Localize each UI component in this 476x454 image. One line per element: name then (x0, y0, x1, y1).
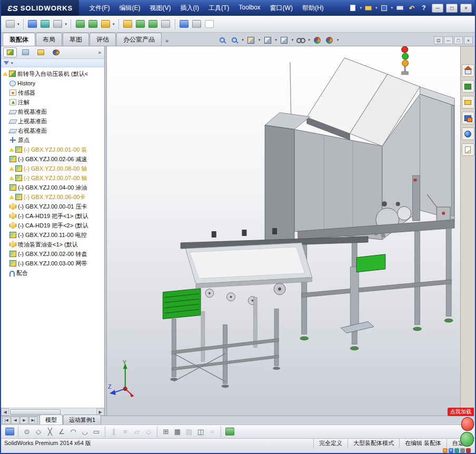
appearances-scenes-icon[interactable] (462, 127, 474, 140)
minimize-icon[interactable]: ─ (444, 36, 453, 44)
bom-table-icon[interactable] (87, 18, 98, 30)
zoom-area-icon[interactable] (229, 35, 240, 45)
tree-item-component[interactable]: (-) GBX.YZJ.00.11-00 电控 (3, 230, 104, 240)
edit-appearance-icon[interactable] (312, 35, 323, 45)
dropdown-caret-icon[interactable]: ▾ (258, 38, 261, 42)
tree-item-root[interactable]: 前转导入自动压装机 (默认< (3, 69, 104, 78)
displaymanager-tab-icon[interactable] (49, 47, 63, 57)
component-pattern-icon[interactable] (39, 18, 51, 30)
menu-toolbox[interactable]: Toolbox (234, 2, 265, 15)
mascot-icon[interactable] (460, 432, 474, 447)
restore-icon[interactable]: □ (454, 36, 463, 44)
close-icon[interactable]: × (460, 4, 472, 13)
first-sheet-icon[interactable]: |◀ (2, 417, 11, 424)
custom-properties-icon[interactable] (462, 143, 474, 156)
dropdown-caret-icon[interactable]: ▾ (308, 38, 311, 42)
scroll-left-icon[interactable]: ◀ (1, 408, 9, 416)
tree-item-component[interactable]: (-) GBX.YZJ.00.03-00 网带 (3, 259, 104, 268)
polygon-sketch-icon[interactable]: ◇ (33, 427, 44, 437)
dropdown-caret-icon[interactable]: ▾ (336, 38, 340, 42)
export-table-icon[interactable] (147, 18, 159, 30)
tree-item-component[interactable]: (-) GBX.YZJ.00.02-00 转盘 (3, 249, 104, 259)
equal-relation-icon[interactable]: ≡ (120, 427, 131, 437)
tab-model[interactable]: 模型 (39, 414, 63, 425)
edit-component-icon[interactable] (52, 18, 64, 30)
promo-badge[interactable]: 点我加载 (448, 408, 474, 416)
upper-cabinet[interactable] (287, 58, 454, 240)
tab-assembly[interactable]: 装配体 (3, 33, 35, 46)
assembly-3d-view[interactable]: Y Z (107, 46, 460, 416)
tree-item-sensors[interactable]: 传感器 (3, 88, 104, 97)
motion-gears-icon[interactable] (122, 18, 134, 30)
save-icon[interactable] (4, 427, 15, 437)
insert-component-icon[interactable] (4, 18, 16, 30)
ime-mode-icon[interactable] (454, 448, 459, 453)
ime-language-icon[interactable]: 中 (449, 448, 453, 453)
green-fixture-box[interactable] (356, 254, 385, 272)
dropdown-caret-icon[interactable]: ▾ (241, 38, 244, 42)
dropdown-caret-icon[interactable]: ▾ (65, 22, 68, 26)
menu-insert[interactable]: 插入(I) (176, 2, 204, 15)
tree-item-component[interactable]: (-) GBX.YZJ.00.02-06 减速 (3, 154, 104, 164)
sogou-ime-icon[interactable]: S (443, 448, 448, 453)
propertymanager-tab-icon[interactable] (18, 47, 32, 57)
line-sketch-icon[interactable]: ∠ (56, 427, 67, 437)
tree-item-component[interactable]: (-) CA-HD19 把手<2> (默认 (3, 221, 104, 230)
tree-item-annotations[interactable]: 注解 (3, 97, 104, 107)
tree-item-top-plane[interactable]: 上视基准面 (3, 116, 104, 126)
tab-overflow-chevron[interactable]: » (162, 37, 172, 46)
dropdown-caret-icon[interactable]: ▾ (291, 38, 294, 42)
menu-tools[interactable]: 工具(T) (204, 2, 234, 15)
undo-icon[interactable]: ↶ (406, 3, 417, 13)
measure-icon[interactable] (178, 18, 190, 30)
tab-motion-study[interactable]: 运动算例1 (63, 414, 101, 425)
tree-item-component[interactable]: (-) GBX.YZJ.00.06-00卡 (3, 192, 104, 202)
last-sheet-icon[interactable]: ▶| (29, 417, 37, 424)
grid-icon[interactable]: ▦ (172, 427, 183, 437)
view-orientation-icon[interactable] (262, 35, 273, 45)
rectangle-sketch-icon[interactable]: ▭ (91, 427, 102, 437)
menu-window[interactable]: 窗口(W) (265, 2, 298, 15)
dropdown-caret-icon[interactable]: ▾ (375, 6, 378, 10)
tree-item-component[interactable]: (-) GBX.YZJ.00.00-01 压卡 (3, 202, 104, 211)
new-document-icon[interactable] (348, 3, 358, 13)
section-view-icon[interactable] (246, 35, 256, 45)
conveyor[interactable] (163, 228, 368, 388)
diamond-sketch-icon[interactable]: ◇ (143, 427, 154, 437)
display-style-icon[interactable] (279, 35, 290, 45)
delete-icon[interactable] (160, 18, 172, 30)
tree-item-origin[interactable]: 原点 (3, 135, 104, 145)
tab-office-products[interactable]: 办公室产品 (116, 33, 162, 46)
tab-evaluate[interactable]: 评估 (90, 33, 116, 46)
stack-light[interactable] (402, 46, 409, 75)
tab-sketch[interactable]: 草图 (63, 33, 89, 46)
dropdown-caret-icon[interactable]: ▾ (274, 38, 277, 42)
section-scissors-icon[interactable] (191, 18, 203, 30)
menu-view[interactable]: 视图(V) (145, 2, 176, 15)
approx-icon[interactable]: ≈ (207, 427, 217, 437)
file-explorer-icon[interactable] (462, 96, 474, 108)
hide-show-items-icon[interactable] (295, 35, 306, 45)
scrollbar-thumb[interactable] (10, 409, 61, 415)
parallelogram-sketch-icon[interactable]: ▱ (132, 427, 142, 437)
design-library-icon[interactable] (462, 80, 474, 93)
mate-icon[interactable] (27, 18, 38, 30)
tree-filter-bar[interactable]: ▾ (1, 59, 104, 67)
tree-item-history[interactable]: History (3, 78, 104, 88)
numbered-view-icon[interactable] (204, 18, 215, 30)
maximize-icon[interactable]: □ (446, 4, 458, 13)
previous-sheet-icon[interactable]: ◀ (11, 417, 19, 424)
tree-item-mates[interactable]: 配合 (3, 268, 104, 278)
zoom-fit-icon[interactable] (217, 35, 227, 45)
green-motor-cover[interactable] (163, 289, 201, 319)
help-icon[interactable]: ? (419, 3, 429, 13)
print-icon[interactable] (394, 3, 405, 13)
minimize-icon[interactable]: ─ (432, 4, 443, 13)
ime-tool-icon[interactable] (466, 448, 471, 453)
arc-sketch-icon-2[interactable]: ◡ (80, 427, 90, 437)
tree-item-component[interactable]: (-) GBX.YZJ.00.08-00 轴 (3, 164, 104, 173)
panel-overflow-chevron[interactable]: » (98, 50, 102, 55)
parallel-relation-icon[interactable]: ∥ (108, 427, 119, 437)
apply-scene-icon[interactable] (324, 35, 335, 45)
exploded-view-icon[interactable] (100, 18, 111, 30)
